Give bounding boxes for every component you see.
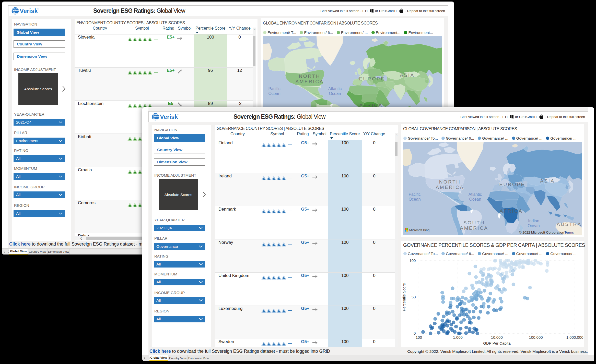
svg-text:ASIA: ASIA	[540, 178, 555, 184]
svg-text:100: 100	[409, 258, 416, 263]
svg-text:1,000,000: 1,000,000	[566, 335, 583, 339]
svg-text:™: ™	[37, 8, 39, 10]
svg-text:Terms: Terms	[564, 230, 574, 234]
svg-text:Percentile Score: Percentile Score	[402, 283, 406, 311]
svg-text:NORTH: NORTH	[299, 74, 321, 79]
svg-text:AMERICA: AMERICA	[460, 225, 488, 231]
svg-text:0: 0	[414, 331, 416, 335]
svg-text:ASIA: ASIA	[400, 72, 414, 78]
svg-text:Verisk: Verisk	[20, 7, 38, 14]
svg-text:100: 100	[416, 335, 422, 339]
svg-text:Microsoft Bing: Microsoft Bing	[409, 228, 429, 232]
svg-text:50: 50	[412, 295, 416, 299]
svg-text:10,000: 10,000	[491, 335, 503, 339]
svg-text:Indian: Indian	[528, 219, 539, 223]
svg-text:Ocean: Ocean	[469, 197, 481, 201]
svg-text:Ocean: Ocean	[408, 197, 420, 201]
svg-text:NORTH: NORTH	[439, 179, 461, 185]
svg-text:© 2022 Microsoft Corporation: © 2022 Microsoft Corporation	[519, 230, 564, 234]
svg-text:Pacific: Pacific	[268, 87, 280, 91]
svg-text:EUROPE: EUROPE	[359, 76, 385, 81]
svg-text:Ocean: Ocean	[528, 224, 540, 228]
svg-text:AMERICA: AMERICA	[436, 185, 464, 190]
svg-text:Atlantic: Atlantic	[328, 87, 342, 91]
svg-text:GDP Per Capita: GDP Per Capita	[483, 341, 511, 345]
svg-text:1,000: 1,000	[453, 335, 463, 339]
svg-text:Pacific: Pacific	[408, 192, 420, 197]
svg-text:Atlantic: Atlantic	[469, 192, 482, 197]
svg-text:SOUTH: SOUTH	[463, 220, 485, 225]
svg-text:Ocean: Ocean	[268, 91, 280, 96]
svg-text:Verisk: Verisk	[160, 113, 178, 120]
svg-text:™: ™	[177, 114, 179, 116]
svg-text:EUROPE: EUROPE	[499, 182, 525, 187]
svg-text:100,000: 100,000	[529, 335, 543, 339]
svg-text:AUSTRAL: AUSTRAL	[557, 222, 582, 227]
svg-text:Ocean: Ocean	[329, 91, 341, 96]
svg-text:AMERICA: AMERICA	[295, 79, 324, 84]
svg-text:AFRICA: AFRICA	[500, 208, 523, 214]
